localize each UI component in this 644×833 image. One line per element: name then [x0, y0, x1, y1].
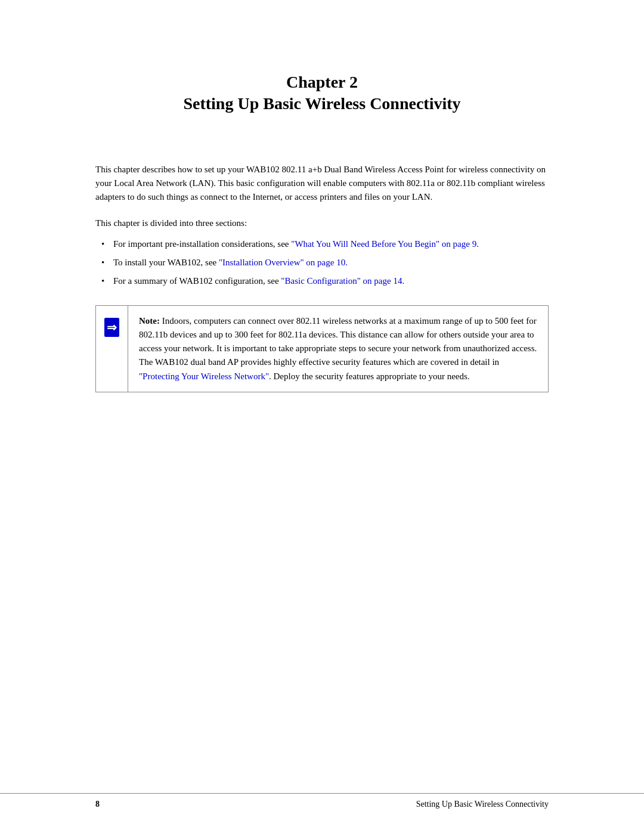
- intro-paragraph1: This chapter describes how to set up you…: [95, 163, 549, 205]
- footer-chapter-label: Setting Up Basic Wireless Connectivity: [100, 800, 549, 809]
- content-area: Chapter 2 Setting Up Basic Wireless Conn…: [0, 0, 644, 464]
- note-text: Indoors, computers can connect over 802.…: [139, 316, 537, 367]
- chapter-title-line1: Chapter 2: [95, 72, 549, 93]
- list-item: For important pre-installation considera…: [101, 237, 549, 251]
- note-text-after: . Deploy the security features appropria…: [269, 371, 470, 381]
- link-chapter3[interactable]: "Protecting Your Wireless Network": [139, 371, 269, 381]
- bullet-text-before: For important pre-installation considera…: [113, 239, 291, 249]
- link-basic-config[interactable]: "Basic Configuration" on page 14.: [281, 276, 404, 286]
- link-installation-overview[interactable]: "Installation Overview" on page 10.: [219, 258, 348, 267]
- bullet-list: For important pre-installation considera…: [95, 237, 549, 289]
- list-item: To install your WAB102, see "Installatio…: [101, 256, 549, 270]
- sections-intro: This chapter is divided into three secti…: [95, 216, 549, 230]
- bullet-text-before: For a summary of WAB102 configuration, s…: [113, 276, 281, 286]
- note-box: ⇒ Note: Indoors, computers can connect o…: [95, 305, 549, 392]
- page: Chapter 2 Setting Up Basic Wireless Conn…: [0, 0, 644, 833]
- footer: 8 Setting Up Basic Wireless Connectivity: [0, 793, 644, 809]
- note-label: Note:: [139, 316, 160, 326]
- list-item: For a summary of WAB102 configuration, s…: [101, 274, 549, 288]
- bullet-text-before: To install your WAB102, see: [113, 258, 219, 267]
- footer-page-number: 8: [95, 800, 100, 809]
- note-content: Note: Indoors, computers can connect ove…: [128, 306, 548, 392]
- chapter-title-line2: Setting Up Basic Wireless Connectivity: [95, 93, 549, 114]
- link-what-you-need[interactable]: "What You Will Need Before You Begin" on…: [291, 239, 479, 249]
- arrow-icon: ⇒: [104, 318, 119, 337]
- chapter-header: Chapter 2 Setting Up Basic Wireless Conn…: [95, 72, 549, 115]
- note-icon-area: ⇒: [96, 306, 128, 392]
